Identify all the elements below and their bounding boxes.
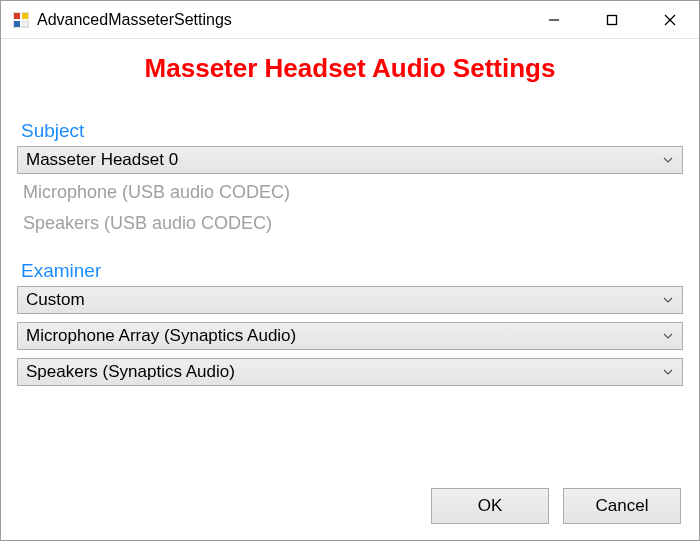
content-area: Subject Masseter Headset 0 Microphone (U… <box>1 102 699 474</box>
ok-button-label: OK <box>478 496 503 516</box>
svg-rect-4 <box>22 21 28 27</box>
maximize-button[interactable] <box>583 1 641 38</box>
subject-section-label: Subject <box>21 120 683 142</box>
chevron-down-icon <box>660 287 676 313</box>
subject-microphone-label: Microphone (USB audio CODEC) <box>23 182 683 203</box>
subject-device-value: Masseter Headset 0 <box>26 150 660 170</box>
title-bar: AdvancedMasseterSettings <box>1 1 699 39</box>
window-controls <box>525 1 699 38</box>
examiner-section-label: Examiner <box>21 260 683 282</box>
chevron-down-icon <box>660 323 676 349</box>
ok-button[interactable]: OK <box>431 488 549 524</box>
svg-rect-1 <box>14 13 20 19</box>
examiner-microphone-value: Microphone Array (Synaptics Audio) <box>26 326 660 346</box>
subject-speakers-label: Speakers (USB audio CODEC) <box>23 213 683 234</box>
examiner-device-value: Custom <box>26 290 660 310</box>
examiner-speakers-select[interactable]: Speakers (Synaptics Audio) <box>17 358 683 386</box>
svg-rect-2 <box>22 13 28 19</box>
window-title: AdvancedMasseterSettings <box>37 11 525 29</box>
examiner-speakers-value: Speakers (Synaptics Audio) <box>26 362 660 382</box>
chevron-down-icon <box>660 359 676 385</box>
svg-rect-6 <box>608 15 617 24</box>
cancel-button[interactable]: Cancel <box>563 488 681 524</box>
svg-rect-3 <box>14 21 20 27</box>
cancel-button-label: Cancel <box>596 496 649 516</box>
dialog-footer: OK Cancel <box>1 474 699 540</box>
examiner-microphone-select[interactable]: Microphone Array (Synaptics Audio) <box>17 322 683 350</box>
minimize-button[interactable] <box>525 1 583 38</box>
examiner-device-select[interactable]: Custom <box>17 286 683 314</box>
subject-device-select[interactable]: Masseter Headset 0 <box>17 146 683 174</box>
close-button[interactable] <box>641 1 699 38</box>
window-frame: AdvancedMasseterSettings Masseter Headse… <box>0 0 700 541</box>
page-title: Masseter Headset Audio Settings <box>1 53 699 84</box>
app-icon <box>13 12 29 28</box>
chevron-down-icon <box>660 147 676 173</box>
